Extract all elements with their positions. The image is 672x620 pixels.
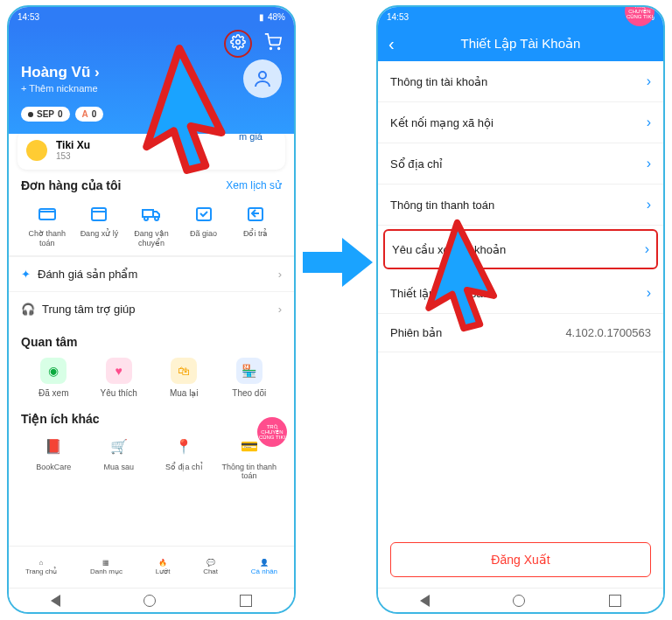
user-name: Hoàng Vũ: [21, 64, 90, 80]
nav-profile[interactable]: 👤Cá nhân: [251, 559, 277, 575]
svg-point-3: [259, 72, 266, 79]
status-time: 14:53: [18, 12, 39, 22]
svg-point-2: [278, 48, 280, 50]
util-buylater[interactable]: 🛒Mua sau: [87, 435, 152, 482]
chat-icon: 💬: [206, 559, 215, 567]
orders-title: Đơn hàng của tôi: [21, 178, 121, 192]
util-address[interactable]: 📍Sổ địa chỉ: [151, 435, 217, 482]
fire-icon: 🔥: [158, 559, 167, 567]
nav-home[interactable]: ⌂Trang chủ: [25, 559, 57, 575]
svg-rect-6: [143, 210, 153, 217]
wallet-icon: [35, 201, 60, 226]
tiki-xu-label: Tiki Xu: [56, 139, 90, 151]
care-section: Quan tâm: [9, 326, 294, 351]
home-softkey[interactable]: [513, 595, 525, 607]
user-block[interactable]: Hoàng Vũ › + Thêm nickname: [21, 64, 100, 94]
care-viewed[interactable]: ◉Đã xem: [21, 358, 87, 398]
person-icon: 👤: [260, 559, 269, 567]
chevron-right-icon: ›: [647, 156, 651, 171]
chevron-right-icon: ›: [647, 197, 651, 212]
care-favorite[interactable]: ♥Yêu thích: [87, 358, 152, 398]
heart-icon: ♥: [106, 358, 132, 384]
settings-notifications[interactable]: Thiết lập thông báo›: [378, 273, 663, 314]
settings-payment[interactable]: Thông tin thanh toán›: [378, 185, 663, 226]
settings-list: Thông tin tài khoản› Kết nối mạng xã hội…: [378, 61, 663, 352]
truck-icon: [139, 201, 164, 226]
signal-icon: ▮: [259, 12, 264, 22]
settings-delete-account[interactable]: Yêu cầu xóa tài khoản›: [383, 229, 658, 269]
avatar[interactable]: [243, 59, 282, 98]
settings-account-info[interactable]: Thông tin tài khoản›: [378, 61, 663, 102]
tutorial-arrow: [303, 236, 373, 289]
order-delivered[interactable]: Đã giao: [178, 201, 230, 248]
care-title: Quan tâm: [21, 335, 282, 349]
order-return[interactable]: Đổi trả: [229, 201, 282, 248]
account-header: Hoàng Vũ › + Thêm nickname SEP 0 A 0: [9, 26, 294, 134]
bottom-nav: ⌂Trang chủ ▦Danh mục 🔥Lướt 💬Chat 👤Cá nhâ…: [9, 546, 294, 588]
chip-sep[interactable]: SEP 0: [21, 107, 70, 122]
nav-category[interactable]: ▦Danh mục: [90, 559, 122, 575]
cart-icon[interactable]: [264, 33, 282, 54]
chevron-right-icon: ›: [94, 64, 100, 80]
coin-icon: [26, 140, 47, 161]
chevron-right-icon: ›: [647, 73, 651, 89]
store-icon: 🏪: [236, 358, 262, 384]
chevron-right-icon: ›: [647, 115, 651, 130]
settings-header: ‹ Thiết Lập Tài Khoản: [378, 26, 663, 61]
settings-highlight-circle: [224, 30, 252, 58]
tiki-xu-value: 153: [56, 151, 90, 161]
back-softkey[interactable]: [51, 595, 60, 607]
settings-title: Thiết Lập Tài Khoản: [461, 36, 581, 52]
care-follow[interactable]: 🏪Theo dõi: [217, 358, 283, 398]
chip-a[interactable]: A 0: [75, 107, 104, 122]
recents-softkey[interactable]: [240, 595, 252, 607]
back-softkey[interactable]: [420, 595, 430, 607]
svg-point-1: [270, 48, 272, 50]
orders-section: Đơn hàng của tôi Xem lịch sử Chờ thanh t…: [9, 170, 294, 250]
settings-version: Phiên bản4.102.0.1700563: [378, 314, 663, 352]
utils-title: Tiện ích khác: [21, 412, 282, 426]
chevron-right-icon: ›: [647, 285, 651, 301]
discount-hint: m giá: [239, 131, 262, 142]
care-rebuy[interactable]: 🛍Mua lại: [151, 358, 217, 398]
status-bar: 14:53 ▮ 48%: [9, 7, 294, 26]
nav-chat[interactable]: 💬Chat: [203, 559, 218, 575]
status-right: ▮ 48%: [259, 12, 285, 22]
book-icon: 📕: [41, 435, 66, 459]
delivered-icon: [192, 201, 216, 226]
headset-icon: 🎧: [21, 303, 35, 316]
nav-feed[interactable]: 🔥Lướt: [156, 559, 171, 575]
logout-button[interactable]: Đăng Xuất: [390, 542, 651, 577]
svg-point-0: [236, 40, 241, 45]
star-icon: ✦: [21, 268, 31, 281]
status-bar: 14:53 ▮ 48%: [378, 7, 663, 26]
grid-icon: ▦: [102, 559, 109, 567]
add-nickname-link[interactable]: + Thêm nickname: [21, 83, 100, 94]
help-center-row[interactable]: 🎧Trung tâm trợ giúp ›: [9, 291, 294, 326]
bag-icon: 🛍: [171, 358, 197, 384]
svg-rect-5: [92, 208, 106, 220]
chat-badge[interactable]: TRÒ CHUYỆN CÙNG TIKI: [257, 417, 287, 447]
history-link[interactable]: Xem lịch sử: [226, 179, 282, 192]
utils-section: Tiện ích khác: [9, 403, 294, 428]
eye-icon: ◉: [40, 358, 66, 384]
home-softkey[interactable]: [144, 595, 156, 607]
pin-icon: 📍: [172, 435, 196, 459]
review-products-row[interactable]: ✦Đánh giá sản phẩm ›: [9, 256, 294, 291]
order-shipping[interactable]: Đang vận chuyển: [125, 201, 178, 248]
util-bookcare[interactable]: 📕BookCare: [21, 435, 87, 482]
battery-text: 48%: [268, 12, 285, 22]
chevron-right-icon: ›: [278, 303, 282, 316]
order-processing[interactable]: Đang xử lý: [74, 201, 126, 248]
recents-softkey[interactable]: [609, 595, 621, 607]
status-time: 14:53: [387, 12, 409, 22]
android-nav: [9, 588, 294, 612]
phone-account-screen: 14:53 ▮ 48% Hoàng Vũ › + Thêm nickname: [7, 5, 296, 614]
back-button[interactable]: ‹: [388, 34, 395, 54]
svg-point-7: [144, 217, 148, 220]
settings-social[interactable]: Kết nối mạng xã hội›: [378, 102, 663, 143]
gear-icon[interactable]: [230, 34, 246, 53]
box-icon: [87, 201, 111, 226]
settings-address[interactable]: Sổ địa chỉ›: [378, 143, 663, 185]
order-pending[interactable]: Chờ thanh toán: [21, 201, 74, 248]
